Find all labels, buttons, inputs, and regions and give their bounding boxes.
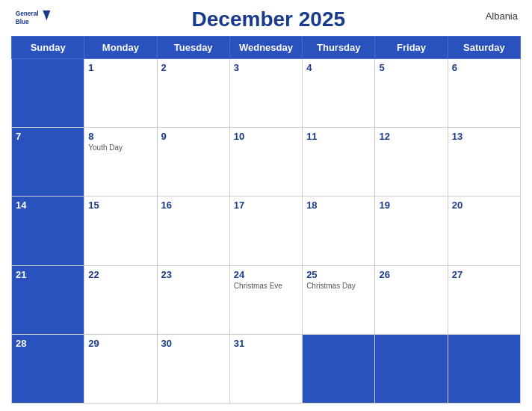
calendar-cell: 15 xyxy=(84,197,157,265)
calendar-table: Sunday Monday Tuesday Wednesday Thursday… xyxy=(11,36,521,404)
calendar-cell: 7 xyxy=(12,128,84,197)
calendar-cell: 12 xyxy=(375,128,448,197)
day-number: 22 xyxy=(88,269,152,280)
logo-icon: General Blue xyxy=(14,7,52,28)
holiday-label: Christmas Day xyxy=(306,282,371,290)
calendar-cell: 20 xyxy=(448,197,520,265)
day-number: 24 xyxy=(234,269,298,280)
day-number: 27 xyxy=(452,269,516,280)
day-number: 18 xyxy=(306,200,371,211)
calendar-cell: 6 xyxy=(448,59,520,128)
day-number: 13 xyxy=(452,131,516,142)
day-number: 29 xyxy=(88,338,152,349)
calendar-cell: 29 xyxy=(84,334,157,403)
col-tuesday: Tuesday xyxy=(157,37,229,59)
day-number: 4 xyxy=(306,62,371,73)
day-number: 26 xyxy=(379,269,443,280)
page-header: General Blue December 2025 Albania xyxy=(11,7,521,31)
day-number: 7 xyxy=(16,131,80,142)
calendar-cell: 13 xyxy=(448,128,520,197)
day-number: 30 xyxy=(161,338,226,349)
calendar-cell: 3 xyxy=(229,59,302,128)
calendar-cell xyxy=(303,334,375,403)
day-number: 2 xyxy=(161,62,226,73)
day-number: 12 xyxy=(379,131,443,142)
day-number: 9 xyxy=(161,131,226,142)
col-friday: Friday xyxy=(375,37,448,59)
calendar-cell: 23 xyxy=(157,265,229,334)
logo: General Blue xyxy=(14,7,52,28)
calendar-cell: 30 xyxy=(157,334,229,403)
calendar-cell: 5 xyxy=(375,59,448,128)
day-number: 23 xyxy=(161,269,226,280)
day-number: 28 xyxy=(16,338,80,349)
day-number: 6 xyxy=(452,62,516,73)
calendar-cell: 27 xyxy=(448,265,520,334)
calendar-cell: 9 xyxy=(157,128,229,197)
col-wednesday: Wednesday xyxy=(229,37,302,59)
calendar-cell: 16 xyxy=(157,197,229,265)
day-number: 31 xyxy=(234,338,298,349)
day-number: 16 xyxy=(161,200,226,211)
calendar-header: Sunday Monday Tuesday Wednesday Thursday… xyxy=(12,37,521,59)
calendar-cell xyxy=(375,334,448,403)
calendar-cell xyxy=(12,59,84,128)
holiday-label: Youth Day xyxy=(88,143,152,152)
col-saturday: Saturday xyxy=(448,37,520,59)
days-of-week-row: Sunday Monday Tuesday Wednesday Thursday… xyxy=(12,37,521,59)
calendar-week-row: 78Youth Day910111213 xyxy=(12,128,521,197)
day-number: 3 xyxy=(234,62,298,73)
holiday-label: Christmas Eve xyxy=(234,282,298,290)
day-number: 17 xyxy=(234,200,298,211)
calendar-cell: 8Youth Day xyxy=(84,128,157,197)
calendar-cell: 24Christmas Eve xyxy=(229,265,302,334)
calendar-title-container: December 2025 xyxy=(52,7,486,31)
day-number: 25 xyxy=(306,269,371,280)
col-sunday: Sunday xyxy=(12,37,84,59)
day-number: 1 xyxy=(88,62,152,73)
day-number: 11 xyxy=(306,131,371,142)
calendar-cell: 22 xyxy=(84,265,157,334)
calendar-week-row: 123456 xyxy=(12,59,521,128)
calendar-cell: 1 xyxy=(84,59,157,128)
calendar-week-row: 21222324Christmas Eve25Christmas Day2627 xyxy=(12,265,521,334)
calendar-body: 12345678Youth Day91011121314151617181920… xyxy=(12,59,521,404)
calendar-cell: 26 xyxy=(375,265,448,334)
calendar-cell: 28 xyxy=(12,334,84,403)
calendar-cell: 18 xyxy=(303,197,375,265)
calendar-cell: 21 xyxy=(12,265,84,334)
col-thursday: Thursday xyxy=(303,37,375,59)
calendar-cell: 10 xyxy=(229,128,302,197)
calendar-cell: 31 xyxy=(229,334,302,403)
day-number: 15 xyxy=(88,200,152,211)
day-number: 5 xyxy=(379,62,443,73)
day-number: 21 xyxy=(16,269,80,280)
svg-text:Blue: Blue xyxy=(16,18,29,25)
svg-marker-2 xyxy=(43,10,50,20)
calendar-cell: 25Christmas Day xyxy=(303,265,375,334)
calendar-cell: 4 xyxy=(303,59,375,128)
day-number: 14 xyxy=(16,200,80,211)
calendar-week-row: 28293031 xyxy=(12,334,521,403)
calendar-cell xyxy=(448,334,520,403)
calendar-cell: 14 xyxy=(12,197,84,265)
country-label: Albania xyxy=(486,10,518,22)
calendar-cell: 17 xyxy=(229,197,302,265)
calendar-cell: 11 xyxy=(303,128,375,197)
col-monday: Monday xyxy=(84,37,157,59)
day-number: 20 xyxy=(452,200,516,211)
day-number: 10 xyxy=(234,131,298,142)
calendar-cell: 2 xyxy=(157,59,229,128)
day-number: 8 xyxy=(88,131,152,142)
svg-text:General: General xyxy=(16,10,39,18)
day-number: 19 xyxy=(379,200,443,211)
calendar-cell: 19 xyxy=(375,197,448,265)
calendar-week-row: 14151617181920 xyxy=(12,197,521,265)
calendar-title: December 2025 xyxy=(52,7,486,31)
